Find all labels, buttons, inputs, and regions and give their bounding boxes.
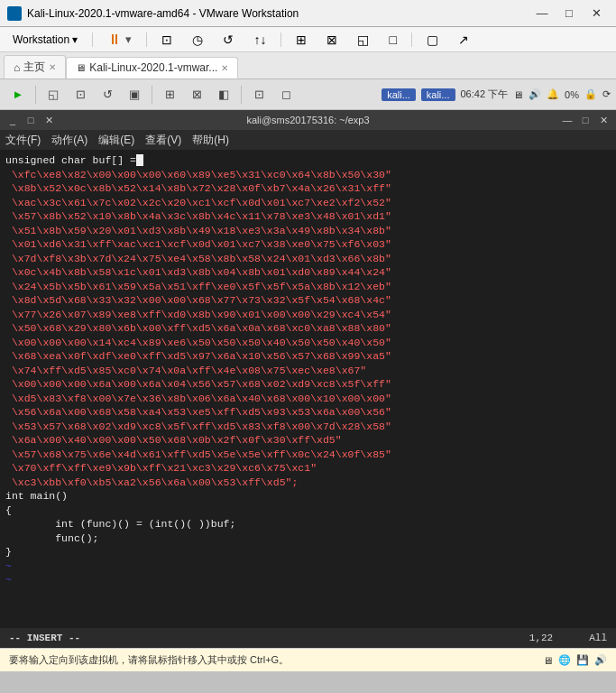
vm-ctrl-4[interactable]: ▣ bbox=[122, 82, 147, 107]
menubar: Workstation ▾ ⏸ ▾ ⊡ ◷ ↺ ↑↓ ⊞ ⊠ ◱ □ ▢ ↗ bbox=[0, 27, 616, 52]
home-tab-close[interactable]: ✕ bbox=[49, 62, 56, 72]
vm-titlebar-left: _ □ ✕ bbox=[5, 114, 56, 126]
term-line-4: \x51\x8b\x59\x20\x01\xd3\x8b\x49\x18\xe3… bbox=[5, 224, 611, 238]
tb-help[interactable]: ↗ bbox=[449, 29, 478, 51]
vm-ctrl-8[interactable]: ⊡ bbox=[246, 82, 271, 107]
vm-power-icon[interactable]: ► bbox=[5, 82, 31, 107]
term-line-7: \x0c\x4b\x8b\x58\x1c\x01\xd3\x8b\x04\x8b… bbox=[5, 265, 611, 280]
term-line-3: \x57\x8b\x52\x10\x8b\x4a\x3c\x8b\x4c\x11… bbox=[5, 209, 611, 224]
tabbar: ⌂ 主页 ✕ 🖥 Kali-Linux-2020.1-vmwar... ✕ bbox=[0, 52, 616, 79]
vm-winbtn-min[interactable]: — bbox=[560, 114, 575, 126]
term-line-17: \x56\x6a\x00\x68\x58\xa4\x53\xe5\xff\xd5… bbox=[5, 405, 611, 420]
term-last-line: \xc3\xbb\xf0\xb5\xa2\x56\x6a\x00\x53\xff… bbox=[5, 476, 611, 490]
term-line-6: \x7d\xf8\x3b\x7d\x24\x75\xe4\x58\x8b\x58… bbox=[5, 252, 611, 266]
minimize-button[interactable]: — bbox=[529, 4, 555, 23]
vmware-icon bbox=[7, 6, 22, 21]
vm-label-kali2: kali... bbox=[421, 88, 455, 101]
term-line-20: \x57\x68\x75\x6e\x4d\x61\xff\xd5\x5e\x5e… bbox=[5, 448, 611, 462]
vm-menu-file[interactable]: 文件(F) bbox=[5, 133, 41, 148]
term-line-15: \x00\x00\x00\x6a\x00\x6a\x04\x56\x57\x68… bbox=[5, 377, 611, 392]
workstation-menu[interactable]: Workstation ▾ bbox=[4, 30, 87, 50]
vim-cursor-pos: 1,22 bbox=[529, 633, 553, 643]
term-line-18: \x53\x57\x68\x02\xd9\xc8\x5f\xff\xd5\x83… bbox=[5, 420, 611, 434]
vm-inner-titlebar: _ □ ✕ kali@sms20175316: ~/exp3 — □ ✕ bbox=[0, 110, 616, 130]
home-tab-label: 主页 bbox=[23, 60, 45, 75]
term-line-5: \x01\xd6\x31\xff\xac\xc1\xcf\x0d\x01\xc7… bbox=[5, 237, 611, 252]
vm-minimize-btn[interactable]: _ bbox=[5, 114, 20, 126]
speaker-icon: 🔊 bbox=[529, 88, 541, 100]
term-line-21: \x70\xff\xff\xe9\x9b\xff\x21\xc3\x29\xc6… bbox=[5, 461, 611, 476]
term-line-19: \x6a\x00\x40\x00\x00\x50\x68\x0b\x2f\x0f… bbox=[5, 433, 611, 448]
vm-titlebar-text: kali@sms20175316: ~/exp3 bbox=[56, 115, 560, 125]
vm-ctrl-3[interactable]: ↺ bbox=[95, 82, 120, 107]
term-line-11: \x50\x68\x29\x80\x6b\x00\xff\xd5\x6a\x0a… bbox=[5, 321, 611, 336]
close-button[interactable]: ✕ bbox=[584, 4, 609, 23]
vm-maximize-btn[interactable]: □ bbox=[23, 114, 38, 126]
vm-ctrl-2[interactable]: ⊡ bbox=[68, 82, 93, 107]
terminal[interactable]: unsigned char buf[] = \xfc\xe8\x82\x00\x… bbox=[0, 150, 616, 628]
home-icon: ⌂ bbox=[14, 61, 20, 74]
tb-pause[interactable]: ↑↓ bbox=[244, 29, 275, 51]
menu-separator3 bbox=[280, 32, 281, 47]
term-line-10: \x77\x26\x07\x89\xe8\xff\xd0\x8b\x90\x01… bbox=[5, 308, 611, 322]
vm-winbtn-close[interactable]: ✕ bbox=[596, 114, 611, 126]
titlebar-left: Kali-Linux-2020.1-vmware-amd64 - VMware … bbox=[7, 6, 299, 21]
bottom-network-icon: 🌐 bbox=[558, 654, 571, 666]
term-brace-close: } bbox=[5, 545, 611, 559]
titlebar: Kali-Linux-2020.1-vmware-amd64 - VMware … bbox=[0, 0, 616, 27]
term-decl-text: unsigned char buf[] = bbox=[5, 154, 136, 166]
vm-tb-sep2 bbox=[152, 86, 152, 104]
term-line-12: \x00\x00\x00\x14\xc4\x89\xe6\x50\x50\x50… bbox=[5, 336, 611, 350]
tb-fullscreen[interactable]: ⊞ bbox=[287, 29, 316, 51]
maximize-button[interactable]: □ bbox=[556, 4, 582, 23]
vm-titlebar-right: — □ ✕ bbox=[560, 114, 611, 126]
tb-revert[interactable]: ◷ bbox=[183, 29, 212, 51]
vm-tb-sep1 bbox=[35, 86, 36, 104]
bottom-icons: 🖥 🌐 💾 🔊 bbox=[543, 654, 607, 666]
vm-ctrl-6[interactable]: ⊠ bbox=[184, 82, 209, 107]
vm-menu-help[interactable]: 帮助(H) bbox=[192, 133, 229, 148]
term-declaration-line: unsigned char buf[] = bbox=[5, 153, 611, 168]
vm-tab[interactable]: 🖥 Kali-Linux-2020.1-vmwar... ✕ bbox=[66, 57, 238, 79]
bottom-audio-icon: 🔊 bbox=[594, 654, 607, 666]
term-brace-open: { bbox=[5, 504, 611, 518]
tb-snapshot[interactable]: ⊡ bbox=[152, 29, 181, 51]
vm-tab-icon: 🖥 bbox=[76, 62, 86, 73]
vm-topbar: ► ◱ ⊡ ↺ ▣ ⊞ ⊠ ◧ ⊡ ◻ kali... kali... 06:4… bbox=[0, 79, 616, 110]
term-line-8: \x24\x5b\x5b\x61\x59\x5a\x51\xff\xe0\x5f… bbox=[5, 280, 611, 294]
vm-status-area: kali... kali... 06:42 下午 🖥 🔊 🔔 0% 🔒 ⟳ bbox=[382, 88, 611, 101]
bottom-bar: 要将输入定向到该虚拟机，请将鼠标指针移入其中或按 Ctrl+G。 🖥 🌐 💾 🔊 bbox=[0, 648, 616, 671]
vm-menu-view[interactable]: 查看(V) bbox=[145, 133, 181, 148]
vm-menu-edit[interactable]: 编辑(E) bbox=[98, 133, 134, 148]
bell-icon: 🔔 bbox=[547, 88, 559, 100]
tb-refresh[interactable]: ↺ bbox=[214, 29, 243, 51]
tb-view3[interactable]: ◱ bbox=[348, 29, 378, 51]
cpu-usage: 0% bbox=[565, 89, 579, 100]
term-tilde-2: ~ bbox=[5, 573, 611, 587]
term-line-0: \xfc\xe8\x82\x00\x00\x00\x60\x89\xe5\x31… bbox=[5, 168, 611, 182]
vm-ctrl-5[interactable]: ⊞ bbox=[157, 82, 182, 107]
vm-close-btn[interactable]: ✕ bbox=[41, 114, 56, 126]
bottom-message: 要将输入定向到该虚拟机，请将鼠标指针移入其中或按 Ctrl+G。 bbox=[9, 653, 289, 667]
vm-ctrl-9[interactable]: ◻ bbox=[273, 82, 299, 107]
tb-view2[interactable]: ⊠ bbox=[317, 29, 346, 51]
term-line-13: \x68\xea\x0f\xdf\xe0\xff\xd5\x97\x6a\x10… bbox=[5, 349, 611, 364]
term-line-func1: int (func)() = (int()( ))buf; bbox=[5, 517, 611, 531]
vm-controls[interactable]: ⏸ ▾ bbox=[98, 28, 141, 51]
vm-menu-action[interactable]: 动作(A) bbox=[51, 133, 87, 148]
refresh-icon: ⟳ bbox=[602, 88, 611, 100]
monitor-icon: 🖥 bbox=[513, 89, 523, 100]
tb-view5[interactable]: ▢ bbox=[418, 29, 447, 51]
term-line-14: \x74\xff\xd5\x85\xc0\x74\x0a\xff\x4e\x08… bbox=[5, 364, 611, 378]
vm-tab-close[interactable]: ✕ bbox=[221, 63, 228, 73]
vm-ctrl-7[interactable]: ◧ bbox=[211, 82, 236, 107]
term-main-func: int main() bbox=[5, 489, 611, 504]
home-tab[interactable]: ⌂ 主页 ✕ bbox=[4, 55, 66, 79]
tb-view4[interactable]: □ bbox=[380, 29, 405, 51]
vm-time: 06:42 下午 bbox=[461, 88, 509, 101]
term-line-1: \x8b\x52\x0c\x8b\x52\x14\x8b\x72\x28\x0f… bbox=[5, 181, 611, 196]
vm-ctrl-1[interactable]: ◱ bbox=[41, 82, 66, 107]
bottom-monitor-icon: 🖥 bbox=[543, 655, 553, 666]
vm-winbtn-max[interactable]: □ bbox=[578, 114, 593, 126]
menu-separator2 bbox=[146, 32, 147, 47]
